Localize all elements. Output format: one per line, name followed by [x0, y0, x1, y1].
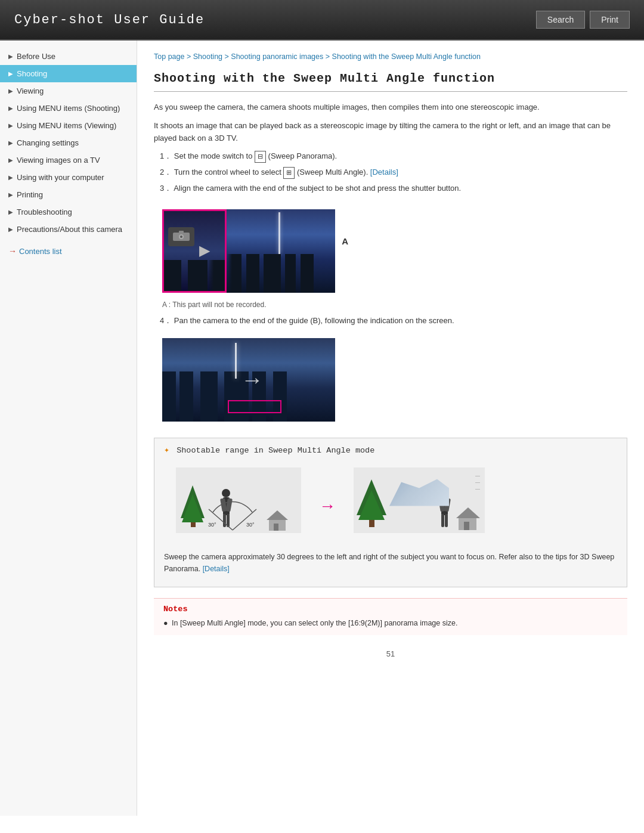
- step-2-text: Turn the control wheel to select ⊞ (Swee…: [174, 168, 398, 176]
- sidebar-arrow-viewing-tv: ▶: [8, 157, 13, 163]
- sidebar-item-menu-shooting[interactable]: ▶ Using MENU items (Shooting): [0, 100, 137, 117]
- step-3-number: 3．: [160, 184, 172, 193]
- step-2: 2． Turn the control wheel to select ⊞ (S…: [160, 166, 627, 179]
- center-beam: [278, 212, 280, 254]
- search-button[interactable]: Search: [536, 11, 585, 29]
- buildings-right: [227, 254, 335, 293]
- step-3: 3． Align the camera with the end of the …: [160, 182, 627, 195]
- tree-result-icon: [357, 479, 386, 533]
- sidebar-item-troubleshooting[interactable]: ▶ Troubleshooting: [0, 203, 137, 221]
- print-button[interactable]: Print: [590, 11, 630, 29]
- contents-list-link[interactable]: → Contents list: [0, 240, 137, 262]
- body-text-2: It shoots an image that can be played ba…: [154, 120, 627, 145]
- sidebar-label-menu-shooting: Using MENU items (Shooting): [17, 104, 120, 113]
- sidebar-arrow-menu-shooting: ▶: [8, 105, 13, 112]
- sidebar-arrow-changing-settings: ▶: [8, 140, 13, 146]
- house-icon: [265, 509, 289, 533]
- step-4-number: 4．: [160, 316, 172, 325]
- mountain-background: [389, 476, 449, 506]
- page-title: Shooting with the Sweep Multi Angle func…: [154, 72, 627, 92]
- header: Cyber-shot User Guide Search Print: [0, 0, 644, 41]
- breadcrumb-shooting-panoramic[interactable]: Shooting panoramic images: [231, 52, 323, 61]
- body-text-1: As you sweep the camera, the camera shoo…: [154, 101, 627, 114]
- sidebar-arrow-before-use: ▶: [8, 53, 13, 60]
- sidebar-label-computer: Using with your computer: [17, 173, 104, 182]
- svg-rect-1: [179, 231, 184, 234]
- svg-rect-25: [441, 514, 444, 527]
- shootable-description: Sweep the camera approximately 30 degree…: [164, 551, 617, 575]
- sidebar-item-changing-settings[interactable]: ▶ Changing settings: [0, 134, 137, 151]
- sidebar-arrow-precautions: ▶: [8, 226, 13, 233]
- page-number: 51: [154, 649, 627, 658]
- range-diagram-before: 30° 30°: [176, 467, 301, 545]
- sidebar-item-before-use[interactable]: ▶ Before Use: [0, 48, 137, 65]
- sidebar-item-viewing[interactable]: ▶ Viewing: [0, 82, 137, 100]
- svg-text:30°: 30°: [246, 522, 255, 528]
- city-panorama-image: → B: [162, 338, 335, 422]
- measurement-labels: ———: [475, 472, 480, 493]
- svg-rect-15: [274, 524, 278, 531]
- contents-list-arrow-icon: →: [8, 246, 17, 256]
- step-2-number: 2．: [160, 168, 172, 176]
- step-1-text: Set the mode switch to ⊟ (Sweep Panorama…: [174, 151, 337, 160]
- step-4: 4． Pan the camera to the end of the guid…: [160, 315, 627, 327]
- app-title: Cyber-shot User Guide: [14, 13, 205, 27]
- contents-list-label: Contents list: [19, 247, 62, 256]
- breadcrumb-sep-2: >: [225, 52, 231, 61]
- sidebar-arrow-menu-viewing: ▶: [8, 122, 13, 129]
- step-4-text: Pan the camera to the end of the guide (…: [174, 316, 454, 325]
- step-1-number: 1．: [160, 151, 172, 160]
- caption-a: A : This part will not be recorded.: [162, 301, 627, 309]
- sidebar-item-menu-viewing[interactable]: ▶ Using MENU items (Viewing): [0, 117, 137, 134]
- breadcrumb-shooting[interactable]: Shooting: [193, 52, 222, 61]
- sidebar-label-precautions: Precautions/About this camera: [17, 225, 122, 234]
- sidebar-label-before-use: Before Use: [17, 52, 55, 61]
- sidebar-label-printing: Printing: [17, 190, 43, 199]
- sidebar-item-shooting[interactable]: ▶ Shooting: [0, 65, 137, 82]
- buildings-left: [162, 260, 227, 293]
- house-result-icon: [455, 506, 482, 533]
- shootable-details-link[interactable]: [Details]: [203, 565, 230, 573]
- sidebar: ▶ Before Use ▶ Shooting ▶ Viewing ▶ Usin…: [0, 41, 137, 816]
- sidebar-arrow-computer: ▶: [8, 174, 13, 181]
- shootable-range-section: ✦ Shootable range in Sweep Multi Angle m…: [154, 438, 627, 587]
- shootable-range-title: ✦ Shootable range in Sweep Multi Angle m…: [164, 444, 617, 456]
- notes-title: Notes: [163, 605, 618, 614]
- diagram-left-panel: ▶: [162, 209, 227, 293]
- svg-marker-13: [267, 510, 288, 520]
- svg-marker-27: [456, 507, 480, 518]
- beam-diagram2: [235, 343, 237, 379]
- breadcrumb: Top page > Shooting > Shooting panoramic…: [154, 52, 627, 61]
- svg-text:30°: 30°: [208, 522, 216, 528]
- sidebar-item-printing[interactable]: ▶ Printing: [0, 186, 137, 203]
- step-2-details-link[interactable]: [Details]: [370, 168, 398, 176]
- sidebar-label-viewing-tv: Viewing images on a TV: [17, 156, 100, 165]
- sidebar-arrow-printing: ▶: [8, 191, 13, 198]
- breadcrumb-sep-3: >: [326, 52, 332, 61]
- layout: ▶ Before Use ▶ Shooting ▶ Viewing ▶ Usin…: [0, 41, 644, 816]
- breadcrumb-sep-1: >: [187, 52, 193, 61]
- range-diagrams-container: 30° 30° →: [164, 462, 617, 551]
- gear-icon: ✦: [164, 445, 169, 456]
- sidebar-item-computer[interactable]: ▶ Using with your computer: [0, 169, 137, 186]
- sweep-diagram-1: ▶: [162, 209, 335, 293]
- note-item-1: In [Sweep Multi Angle] mode, you can sel…: [163, 617, 618, 629]
- sidebar-arrow-viewing: ▶: [8, 88, 13, 94]
- sidebar-item-viewing-tv[interactable]: ▶ Viewing images on a TV: [0, 151, 137, 169]
- pan-direction-arrow-icon: →: [241, 367, 264, 392]
- b-indicator-box: [228, 400, 281, 413]
- sidebar-label-menu-viewing: Using MENU items (Viewing): [17, 121, 116, 130]
- breadcrumb-current: Shooting with the Sweep Multi Angle func…: [332, 52, 481, 61]
- breadcrumb-top-page[interactable]: Top page: [154, 52, 184, 61]
- sidebar-arrow-shooting: ▶: [8, 70, 13, 77]
- steps-list: 1． Set the mode switch to ⊟ (Sweep Panor…: [160, 150, 627, 194]
- label-a: A: [342, 236, 348, 246]
- tree-left-icon: [181, 485, 205, 533]
- main-content: Top page > Shooting > Shooting panoramic…: [137, 41, 644, 816]
- svg-rect-26: [445, 514, 448, 527]
- range-arrow-icon: →: [319, 497, 336, 516]
- step-1: 1． Set the mode switch to ⊟ (Sweep Panor…: [160, 150, 627, 163]
- sidebar-label-changing-settings: Changing settings: [17, 138, 79, 147]
- sidebar-label-shooting: Shooting: [17, 69, 47, 78]
- sidebar-item-precautions[interactable]: ▶ Precautions/About this camera: [0, 221, 137, 238]
